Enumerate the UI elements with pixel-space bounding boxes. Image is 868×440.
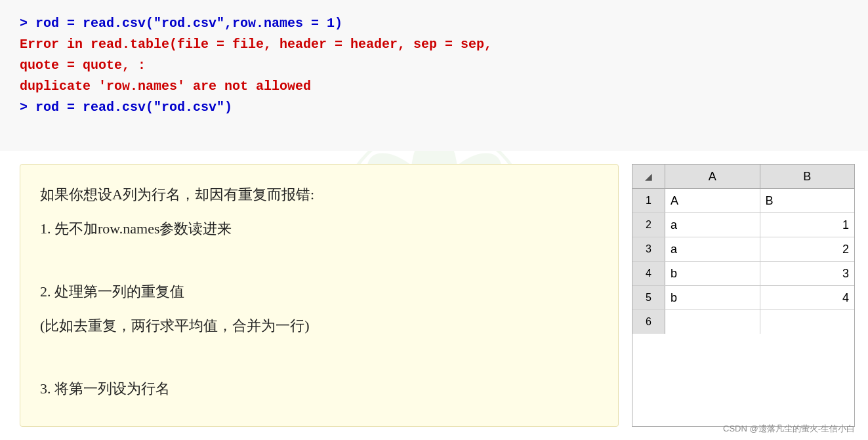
spreadsheet-header: ◢ A B (632, 165, 854, 189)
footer-text: CSDN @遗落凡尘的萤火-生信小白 (723, 424, 855, 433)
code-line-2: Error in read.table(file = file, header … (20, 34, 848, 55)
row-6-col-b (760, 310, 855, 334)
table-row: 1 A B (632, 189, 854, 213)
corner-cell: ◢ (632, 165, 665, 188)
row-6-col-a (665, 310, 760, 334)
row-num-6: 6 (632, 310, 665, 334)
row-num-2: 2 (632, 213, 665, 237)
code-line-5: > rod = read.csv("rod.csv") (20, 97, 848, 118)
row-2-col-b: 1 (760, 213, 855, 237)
row-5-col-a: b (665, 286, 760, 310)
row-num-4: 4 (632, 262, 665, 285)
spreadsheet: ◢ A B 1 A B 2 a 1 3 a (632, 164, 855, 427)
col-header-b: B (760, 165, 855, 188)
main-container: 萤 > rod = read.csv("rod.csv",row.names =… (0, 0, 868, 440)
row-2-col-a: a (665, 213, 760, 237)
row-4-col-a: b (665, 262, 760, 285)
table-row: 5 b 4 (632, 286, 854, 310)
text-box: 如果你想设A列为行名，却因有重复而报错: 1. 先不加row.names参数读进… (20, 164, 619, 427)
corner-arrow-icon: ◢ (645, 171, 652, 182)
code-text-1: > rod = read.csv("rod.csv",row.names = 1… (20, 16, 342, 31)
col-header-a: A (665, 165, 760, 188)
code-text-5: > rod = read.csv("rod.csv") (20, 100, 232, 115)
footer-attribution: CSDN @遗落凡尘的萤火-生信小白 (723, 423, 855, 435)
table-row: 6 (632, 310, 854, 334)
row-num-3: 3 (632, 237, 665, 261)
row-num-1: 1 (632, 189, 665, 212)
row-5-col-b: 4 (760, 286, 855, 310)
textbox-line-5: 3. 将第一列设为行名 (40, 374, 598, 403)
table-row: 3 a 2 (632, 237, 854, 262)
row-3-col-a: a (665, 237, 760, 261)
row-1-col-b: B (760, 189, 855, 212)
textbox-line-4: (比如去重复，两行求平均值，合并为一行) (40, 311, 598, 340)
row-4-col-b: 3 (760, 262, 855, 285)
code-section: > rod = read.csv("rod.csv",row.names = 1… (0, 0, 868, 151)
bottom-section: 如果你想设A列为行名，却因有重复而报错: 1. 先不加row.names参数读进… (0, 151, 868, 440)
code-line-4: duplicate 'row.names' are not allowed (20, 76, 848, 97)
code-line-3: quote = quote, : (20, 55, 848, 76)
row-1-col-a: A (665, 189, 760, 212)
code-text-4: duplicate 'row.names' are not allowed (20, 79, 311, 94)
code-text-2: Error in read.table(file = file, header … (20, 37, 492, 52)
code-line-1: > rod = read.csv("rod.csv",row.names = 1… (20, 13, 848, 34)
textbox-line-3: 2. 处理第一列的重复值 (40, 277, 598, 306)
row-3-col-b: 2 (760, 237, 855, 261)
textbox-line-1: 如果你想设A列为行名，却因有重复而报错: (40, 180, 598, 209)
table-row: 4 b 3 (632, 262, 854, 286)
row-num-5: 5 (632, 286, 665, 310)
code-text-3: quote = quote, : (20, 58, 146, 73)
table-row: 2 a 1 (632, 213, 854, 237)
textbox-line-2: 1. 先不加row.names参数读进来 (40, 214, 598, 243)
